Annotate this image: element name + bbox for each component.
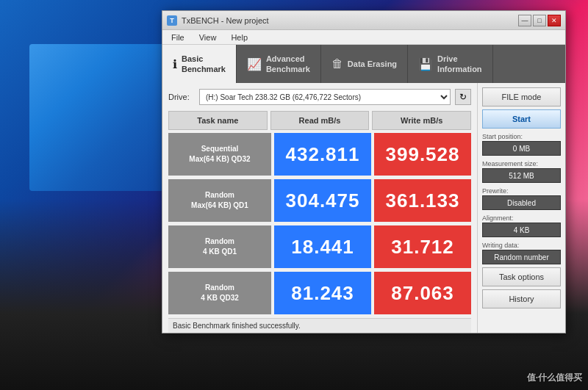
- menu-file[interactable]: File: [168, 32, 187, 43]
- benchmark-table: Task name Read mB/s Write mB/s Sequentia…: [168, 111, 471, 318]
- drive-row: Drive: (H:) Soar Tech 238.32 GB (62,476,…: [168, 89, 471, 105]
- menu-view[interactable]: View: [196, 32, 220, 43]
- row4-read: 81.243: [274, 272, 371, 314]
- table-row: SequentialMax(64 KB) QD32 432.811 399.52…: [168, 133, 471, 176]
- tab-basic-label: BasicBenchmark: [182, 54, 226, 75]
- row2-name: RandomMax(64 KB) QD1: [168, 179, 271, 222]
- app-icon: T: [167, 15, 177, 26]
- watermark: 值·什么值得买: [527, 372, 582, 384]
- table-header: Task name Read mB/s Write mB/s: [168, 111, 471, 130]
- prewrite-value: Disabled: [482, 195, 561, 210]
- minimize-button[interactable]: —: [518, 15, 531, 26]
- header-write: Write mB/s: [372, 111, 471, 130]
- row2-write: 361.133: [374, 179, 471, 222]
- prewrite-section: Prewrite: Disabled: [482, 186, 561, 210]
- writing-data-value: Random number: [482, 250, 561, 264]
- status-bar: Basic Benchmark finished successfully.: [168, 318, 471, 333]
- writing-data-label: Writing data:: [482, 242, 561, 249]
- measurement-size-value: 512 MB: [482, 168, 561, 183]
- measurement-size-section: Measurement size: 512 MB: [482, 159, 561, 183]
- row4-write: 87.063: [374, 272, 471, 314]
- start-position-label: Start position:: [482, 133, 561, 140]
- table-row: Random4 KB QD32 81.243 87.063: [168, 272, 471, 314]
- close-button[interactable]: ✕: [548, 15, 561, 26]
- tab-data-erasing[interactable]: 🗑 Data Erasing: [321, 45, 408, 83]
- window-controls: — □ ✕: [518, 15, 561, 26]
- table-row: Random4 KB QD1 18.441 31.712: [168, 225, 471, 268]
- tab-erasing-label: Data Erasing: [348, 59, 397, 69]
- file-mode-button[interactable]: FILE mode: [482, 87, 561, 106]
- alignment-value: 4 KB: [482, 223, 561, 237]
- drive-refresh-button[interactable]: ↻: [455, 89, 471, 105]
- start-button[interactable]: Start: [482, 109, 561, 129]
- app-window: T TxBENCH - New project — □ ✕ File View …: [162, 10, 566, 333]
- drive-select[interactable]: (H:) Soar Tech 238.32 GB (62,476,722 Sec…: [199, 89, 451, 105]
- row1-name: SequentialMax(64 KB) QD32: [168, 133, 271, 176]
- menu-bar: File View Help: [162, 30, 565, 45]
- right-panel: FILE mode Start Start position: 0 MB Mea…: [477, 83, 565, 333]
- tab-basic-benchmark[interactable]: ℹ BasicBenchmark: [162, 45, 237, 83]
- maximize-button[interactable]: □: [533, 15, 546, 26]
- drive-label: Drive:: [168, 93, 195, 101]
- prewrite-label: Prewrite:: [482, 187, 561, 195]
- status-text: Basic Benchmark finished successfully.: [173, 322, 301, 330]
- row2-read: 304.475: [274, 179, 371, 222]
- basic-benchmark-icon: ℹ: [173, 57, 177, 71]
- task-options-button[interactable]: Task options: [482, 267, 561, 286]
- row3-name: Random4 KB QD1: [168, 225, 271, 268]
- row1-read: 432.811: [274, 133, 371, 176]
- menu-help[interactable]: Help: [228, 32, 251, 43]
- writing-data-section: Writing data: Random number: [482, 240, 561, 264]
- window-title: TxBENCH - New project: [182, 16, 518, 25]
- table-row: RandomMax(64 KB) QD1 304.475 361.133: [168, 179, 471, 222]
- header-task-name: Task name: [168, 111, 268, 130]
- advanced-benchmark-icon: 📈: [247, 57, 262, 71]
- main-panel: Drive: (H:) Soar Tech 238.32 GB (62,476,…: [162, 83, 477, 333]
- history-button[interactable]: History: [482, 289, 561, 308]
- drive-info-icon: 💾: [418, 57, 433, 71]
- content-area: Drive: (H:) Soar Tech 238.32 GB (62,476,…: [162, 83, 565, 333]
- tab-advanced-benchmark[interactable]: 📈 AdvancedBenchmark: [237, 45, 321, 83]
- tab-drive-info-label: DriveInformation: [437, 54, 482, 75]
- row3-read: 18.441: [274, 225, 371, 268]
- measurement-size-label: Measurement size:: [482, 160, 561, 167]
- row4-name: Random4 KB QD32: [168, 272, 271, 314]
- tab-drive-information[interactable]: 💾 DriveInformation: [408, 45, 493, 83]
- tab-advanced-label: AdvancedBenchmark: [266, 54, 310, 75]
- row3-write: 31.712: [374, 225, 471, 268]
- tab-bar: ℹ BasicBenchmark 📈 AdvancedBenchmark 🗑 D…: [162, 45, 565, 83]
- title-bar: T TxBENCH - New project — □ ✕: [162, 11, 565, 30]
- alignment-label: Alignment:: [482, 214, 561, 222]
- start-position-value: 0 MB: [482, 141, 561, 156]
- header-read: Read mB/s: [270, 111, 370, 130]
- data-erasing-icon: 🗑: [331, 57, 343, 71]
- alignment-section: Alignment: 4 KB: [482, 213, 561, 237]
- start-position-section: Start position: 0 MB: [482, 131, 561, 156]
- row1-write: 399.528: [374, 133, 471, 176]
